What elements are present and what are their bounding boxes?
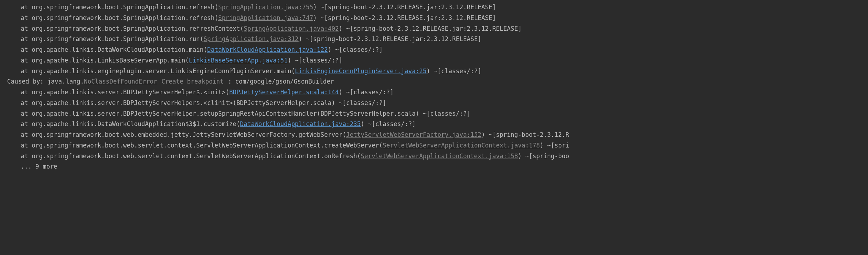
frame-text: at org.springframework.boot.SpringApplic…: [21, 25, 244, 32]
frame-suffix: ) ~[spring-boot-2.3.12.R: [482, 131, 569, 138]
stack-frame: at org.springframework.boot.SpringApplic…: [0, 2, 868, 13]
stack-frame: at org.apache.linkis.server.BDPJettyServ…: [0, 87, 868, 98]
stack-frame: at org.apache.linkis.DataWorkCloudApplic…: [0, 45, 868, 55]
stack-frame: at org.apache.linkis.server.BDPJettyServ…: [0, 98, 868, 109]
source-link[interactable]: ServletWebServerApplicationContext.java:…: [361, 152, 518, 160]
frame-suffix: ) ~[classes/:?]: [339, 89, 394, 96]
frame-text: at org.springframework.boot.web.servlet.…: [21, 152, 361, 160]
frame-text: at org.springframework.boot.web.embedded…: [21, 131, 346, 138]
frame-suffix: ) ~[classes/:?]: [288, 57, 343, 64]
source-link[interactable]: SpringApplication.java:747: [218, 14, 313, 21]
create-breakpoint-button[interactable]: Create breakpoint: [161, 78, 224, 85]
stack-frame: at org.apache.linkis.LinkisBaseServerApp…: [0, 55, 868, 66]
stack-frame: at org.apache.linkis.server.BDPJettyServ…: [0, 109, 868, 119]
frame-suffix: ) ~[classes/:?]: [361, 120, 416, 128]
frame-text: at org.springframework.boot.web.servlet.…: [21, 142, 383, 149]
source-link[interactable]: LinkisEngineConnPluginServer.java:25: [295, 68, 426, 75]
frame-text: at org.apache.linkis.engineplugin.server…: [21, 68, 295, 75]
source-link[interactable]: DataWorkCloudApplication.java:122: [207, 46, 328, 53]
source-link[interactable]: DataWorkCloudApplication.java:235: [240, 120, 361, 128]
frame-text: at org.apache.linkis.LinkisBaseServerApp…: [21, 57, 189, 64]
stack-frame: at org.apache.linkis.engineplugin.server…: [0, 66, 868, 77]
source-link[interactable]: LinkisBaseServerApp.java:51: [189, 57, 288, 64]
source-link[interactable]: BDPJettyServerHelper.scala:144: [229, 89, 339, 96]
frame-text: at org.springframework.boot.SpringApplic…: [21, 14, 218, 21]
source-link[interactable]: JettyServletWebServerFactory.java:152: [346, 131, 482, 138]
more-frames: ... 9 more: [0, 161, 868, 172]
caused-by-line: Caused by: java.lang.NoClassDefFoundErro…: [0, 76, 868, 87]
stack-frame: at org.springframework.boot.web.embedded…: [0, 130, 868, 140]
frame-text: at org.apache.linkis.DataWorkCloudApplic…: [21, 46, 207, 53]
frame-text: at org.apache.linkis.server.BDPJettyServ…: [21, 110, 470, 117]
frame-suffix: ) ~[classes/:?]: [328, 46, 383, 53]
frame-text: at org.springframework.boot.SpringApplic…: [21, 35, 204, 42]
frame-suffix: ) ~[spring-boot-2.3.12.RELEASE.jar:2.3.1…: [313, 14, 496, 21]
frame-text: at org.springframework.boot.SpringApplic…: [21, 4, 218, 11]
source-link[interactable]: SpringApplication.java:402: [244, 25, 339, 32]
frame-suffix: ) ~[spring-boot-2.3.12.RELEASE.jar:2.3.1…: [339, 25, 522, 32]
stack-frame: at org.springframework.boot.web.servlet.…: [0, 151, 868, 162]
frame-suffix: ) ~[classes/:?]: [426, 68, 482, 75]
stack-frame: at org.apache.linkis.DataWorkCloudApplic…: [0, 119, 868, 130]
stack-frame: at org.springframework.boot.web.servlet.…: [0, 140, 868, 151]
source-link[interactable]: ServletWebServerApplicationContext.java:…: [383, 142, 540, 149]
stack-frame: at org.springframework.boot.SpringApplic…: [0, 24, 868, 34]
frame-text: at org.apache.linkis.server.BDPJettyServ…: [21, 89, 229, 96]
exception-link[interactable]: NoClassDefFoundError: [84, 78, 157, 85]
stack-frame: at org.springframework.boot.SpringApplic…: [0, 13, 868, 24]
frame-suffix: ) ~[spring-boot-2.3.12.RELEASE.jar:2.3.1…: [313, 4, 496, 11]
caused-by-suffix: : com/google/gson/GsonBuilder: [224, 78, 334, 85]
frame-text: at org.apache.linkis.server.BDPJettyServ…: [21, 99, 386, 106]
more-text: ... 9 more: [21, 163, 57, 170]
frame-suffix: ) ~[spri: [540, 142, 569, 149]
frame-text: at org.apache.linkis.DataWorkCloudApplic…: [21, 120, 240, 128]
stack-frame: at org.springframework.boot.SpringApplic…: [0, 34, 868, 45]
caused-by-prefix: Caused by: java.lang.: [7, 78, 84, 85]
source-link[interactable]: SpringApplication.java:755: [218, 4, 313, 11]
source-link[interactable]: SpringApplication.java:312: [204, 35, 299, 42]
stack-trace-output: at org.springframework.boot.SpringApplic…: [0, 2, 868, 172]
frame-suffix: ) ~[spring-boot-2.3.12.RELEASE.jar:2.3.1…: [299, 35, 482, 42]
frame-suffix: ) ~[spring-boo: [518, 152, 569, 160]
